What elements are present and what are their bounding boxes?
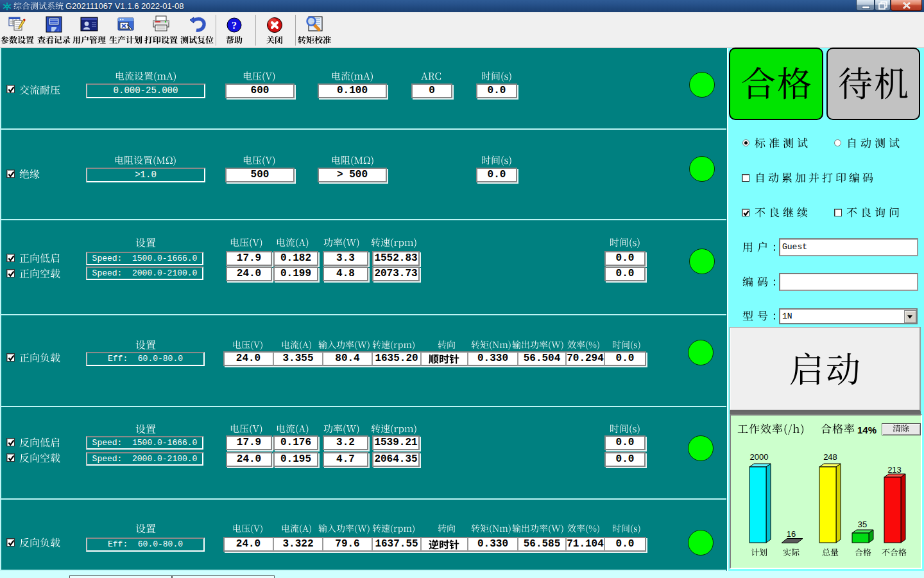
svg-text:?: ? [232, 20, 237, 31]
